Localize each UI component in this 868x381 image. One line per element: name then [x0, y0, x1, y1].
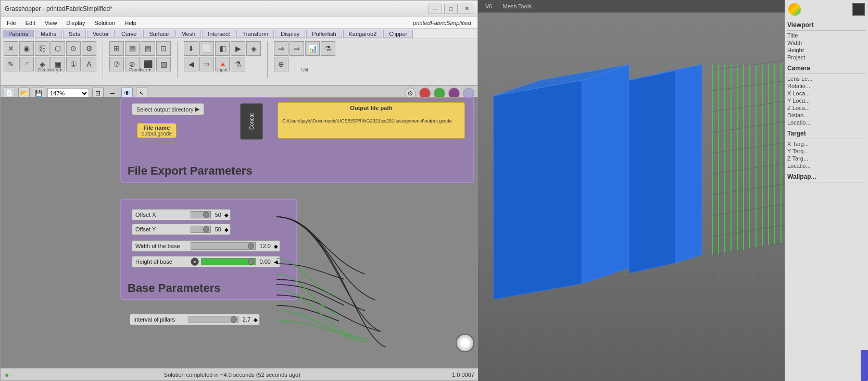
filename-node-title: File name — [144, 125, 170, 131]
menu-file[interactable]: File — [3, 19, 20, 27]
icon-util2[interactable]: ⇒ — [290, 41, 304, 56]
prop-distance: Distan... — [787, 112, 866, 119]
tab-surface[interactable]: Surface — [143, 30, 174, 38]
tab-maths[interactable]: Maths — [35, 30, 62, 38]
icon-x[interactable]: ✕ — [4, 41, 18, 56]
menu-help[interactable]: Help — [120, 19, 141, 27]
icon-input2[interactable]: ⬜ — [199, 41, 214, 56]
scrollbar-thumb[interactable] — [861, 350, 868, 381]
tab-kangaroo2[interactable]: Kangaroo2 — [343, 30, 383, 38]
tab-curve[interactable]: Curve — [116, 30, 142, 38]
vp-v6-btn[interactable]: V6 — [482, 2, 495, 10]
icon-util1[interactable]: ⇒ — [274, 41, 288, 56]
menu-view[interactable]: View — [41, 19, 61, 27]
tab-transform[interactable]: Transform — [236, 30, 274, 38]
tab-mesh[interactable]: Mesh — [175, 30, 201, 38]
icon-util4[interactable]: ⚗ — [321, 41, 335, 56]
prop-location2: Locatio... — [787, 162, 866, 169]
icon-input3[interactable]: ◧ — [215, 41, 230, 56]
toolbar-tabs: Params Maths Sets Vector Curve Surface M… — [1, 29, 477, 39]
input-label: Input — [184, 67, 261, 72]
prop-z-location-label: Z Loca... — [787, 105, 810, 111]
offset-x-dot — [203, 212, 209, 218]
interval-value: 2.7 — [240, 316, 254, 323]
offset-x-slider[interactable]: Offset X 50 ◆ — [132, 209, 231, 220]
offset-y-value: 50 — [212, 226, 224, 232]
offset-y-slider[interactable]: Offset Y 50 ◆ — [132, 224, 231, 235]
prop-z-location: Z Loca... — [787, 104, 866, 112]
menu-bar: File Edit View Display Solution Help pri… — [1, 17, 477, 29]
menu-solution[interactable]: Solution — [90, 19, 119, 27]
minimize-button[interactable]: ─ — [429, 4, 442, 14]
height-radio: ● — [191, 257, 199, 266]
prop-location-label: Locatio... — [787, 119, 811, 126]
right-panel: Viewport Title Width Height Project Came… — [785, 0, 868, 381]
icon-prim3[interactable]: ▤ — [141, 41, 155, 56]
prop-z-target-label: Z Targ... — [787, 155, 808, 162]
close-button[interactable]: ✕ — [460, 4, 473, 14]
icon-input5[interactable]: ◈ — [246, 41, 261, 56]
select-output-arrow: ▶ — [195, 106, 199, 113]
wallpaper-section: Wallpap... — [787, 171, 866, 182]
title-bar: Grasshopper - printedFabricSimplified* ─… — [1, 1, 477, 17]
interval-track[interactable] — [188, 316, 238, 323]
interval-slider[interactable]: Interval of pillars 2.7 ◆ — [130, 314, 260, 325]
offset-x-value: 50 — [212, 212, 224, 218]
icon-prim2[interactable]: ▦ — [125, 41, 140, 56]
icon-gear[interactable]: ⚙ — [82, 41, 96, 56]
filename-node-value: output.gcode — [142, 131, 172, 137]
grasshopper-window: Grasshopper - printedFabricSimplified* ─… — [0, 0, 478, 381]
offset-x-track[interactable] — [191, 211, 211, 218]
left-block-front — [582, 65, 629, 284]
width-track[interactable] — [191, 242, 256, 250]
scroll-handle[interactable] — [456, 334, 474, 352]
green-wire-5 — [276, 321, 370, 339]
camera-section-title: Camera — [787, 63, 866, 74]
icon-dots-circle[interactable]: ⊙ — [66, 41, 81, 56]
icon-prim1[interactable]: ⊞ — [109, 41, 124, 56]
height-of-base-slider[interactable]: Height of base ● 0.00 ◀ — [132, 256, 280, 267]
concat-label: Concat — [249, 113, 255, 130]
tab-vector[interactable]: Vector — [87, 30, 115, 38]
select-output-label: Select output directory — [136, 106, 193, 113]
icon-hexagon[interactable]: ⬡ — [51, 41, 65, 56]
mid-block-front — [676, 65, 702, 263]
tab-display[interactable]: Display — [275, 30, 305, 38]
base-params-title: Base Parameters — [128, 281, 221, 295]
offset-y-track[interactable] — [191, 226, 211, 233]
icon-input4[interactable]: ▶ — [231, 41, 245, 56]
select-output-node[interactable]: Select output directory ▶ — [132, 103, 204, 115]
icon-circle[interactable]: ◉ — [19, 41, 34, 56]
offset-x-indicator: ◆ — [224, 212, 230, 218]
vp-mesh-tools-btn[interactable]: Mesh Tools — [499, 2, 534, 10]
menu-display[interactable]: Display — [62, 19, 89, 27]
tab-sets[interactable]: Sets — [63, 30, 86, 38]
window-controls: ─ □ ✕ — [429, 4, 473, 14]
file-export-title: File Export Parameters — [128, 164, 253, 178]
menu-edit[interactable]: Edit — [21, 19, 40, 27]
canvas-area: Select output directory ▶ Concat File na… — [1, 97, 479, 368]
color-wheel-icon[interactable] — [788, 3, 801, 16]
icon-prim4[interactable]: ⊡ — [156, 41, 171, 56]
geometry-label: Geometry ▾ — [4, 67, 96, 72]
tab-intersect[interactable]: Intersect — [202, 30, 235, 38]
icon-chain[interactable]: ⛓ — [35, 41, 49, 56]
icon-util3[interactable]: 📊 — [305, 41, 320, 56]
height-track[interactable] — [201, 258, 256, 265]
tab-pufferfish[interactable]: Pufferfish — [306, 30, 342, 38]
width-value: 12.0 — [257, 243, 274, 249]
maximize-button[interactable]: □ — [444, 4, 458, 14]
viewport-square-icon[interactable] — [852, 3, 865, 16]
prop-width-label: Width — [787, 40, 802, 46]
prop-z-target: Z Targ... — [787, 155, 866, 162]
icon-input1[interactable]: ⬇ — [184, 41, 198, 56]
offset-y-indicator: ◆ — [224, 227, 230, 232]
input-row-1: ⬇ ⬜ ◧ ▶ ◈ — [184, 41, 261, 56]
prop-x-location-label: X Loca... — [787, 90, 810, 96]
icon-toolbar: ✕ ◉ ⛓ ⬡ ⊙ ⚙ ✎ ◜ ◈ ▣ ① A Geometry ▾ ⊞ ▦ — [1, 39, 477, 86]
filename-label: printedFabricSimplified — [413, 20, 471, 26]
width-of-base-slider[interactable]: Width of the base 12.0 ◆ — [132, 240, 280, 252]
tab-params[interactable]: Params — [3, 30, 34, 38]
tab-clipper[interactable]: Clipper — [383, 30, 413, 38]
prop-y-location-label: Y Loca... — [787, 97, 810, 104]
